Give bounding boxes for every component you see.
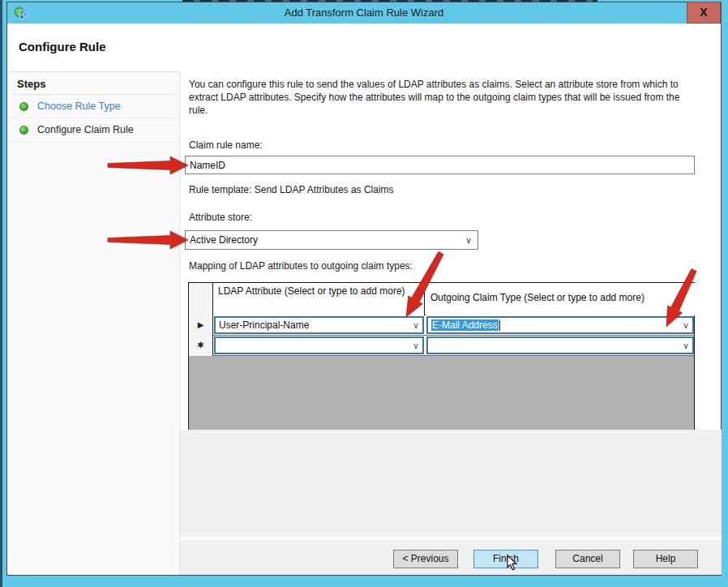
wizard-dialog: Add Transform Claim Rule Wizard X Config… <box>6 2 722 576</box>
titlebar[interactable]: Add Transform Claim Rule Wizard X <box>7 2 721 24</box>
finish-button[interactable]: Finish <box>473 550 538 568</box>
chevron-down-icon[interactable]: ∨ <box>413 318 419 332</box>
step-label: Configure Claim Rule <box>37 124 134 135</box>
step-complete-icon <box>19 102 28 111</box>
claim-rule-name-label: Claim rule name: <box>189 139 263 151</box>
close-button[interactable]: X <box>687 2 721 24</box>
rule-template-text: Rule template: Send LDAP Attributes as C… <box>189 184 394 195</box>
steps-title: Steps <box>17 78 45 90</box>
ldap-attribute-combo-row2[interactable]: ∨ <box>214 336 424 354</box>
chevron-down-icon[interactable]: ∨ <box>413 338 419 353</box>
outgoing-claim-type-combo-row1[interactable]: E-Mail Address ∨ <box>426 316 694 334</box>
sidebar-item-configure-claim-rule[interactable]: Configure Claim Rule <box>9 118 179 142</box>
ldap-attribute-combo-row1[interactable]: User-Principal-Name ∨ <box>214 316 424 334</box>
background-window-left-edge <box>0 0 2 587</box>
attribute-store-value: Active Directory <box>190 234 258 246</box>
table-row-new: ✱ ∨ ∨ <box>189 336 694 356</box>
screen: Add Transform Claim Rule Wizard X Config… <box>0 0 728 587</box>
cancel-button[interactable]: Cancel <box>555 550 620 568</box>
step-complete-icon <box>19 126 28 135</box>
claim-rule-name-input[interactable] <box>185 156 695 174</box>
footer-divider <box>180 537 722 540</box>
sidebar-item-choose-rule-type[interactable]: Choose Rule Type <box>9 95 179 118</box>
chevron-down-icon: ∨ <box>465 231 472 249</box>
attribute-store-label: Attribute store: <box>189 212 252 223</box>
attribute-store-select[interactable]: Active Directory ∨ <box>185 230 478 250</box>
new-row-marker: ✱ <box>189 336 213 356</box>
outgoing-claim-type-value: E-Mail Address <box>431 319 499 331</box>
column-header-outgoing-claim-type: Outgoing Claim Type (Select or type to a… <box>426 283 695 315</box>
ldap-attribute-value: User-Principal-Name <box>219 319 309 331</box>
steps-panel: Steps Choose Rule Type Configure Claim R… <box>9 71 180 575</box>
column-header-ldap-attribute: LDAP Attribute (Select or type to add mo… <box>213 283 425 315</box>
current-row-marker: ▶ <box>189 315 213 336</box>
mapping-table: LDAP Attribute (Select or type to add mo… <box>188 282 695 431</box>
outgoing-claim-type-combo-row2[interactable]: ∨ <box>426 336 694 354</box>
page-title: Configure Rule <box>19 40 106 54</box>
rule-description-text: You can configure this rule to send the … <box>189 78 700 117</box>
table-row: ▶ User-Principal-Name ∨ E-Mail Address ∨ <box>189 315 694 336</box>
help-button[interactable]: Help <box>633 550 698 568</box>
chevron-down-icon[interactable]: ∨ <box>683 338 689 353</box>
window-title: Add Transform Claim Rule Wizard <box>7 2 721 24</box>
chevron-down-icon[interactable]: ∨ <box>683 318 689 332</box>
previous-button[interactable]: < Previous <box>393 550 458 568</box>
step-label: Choose Rule Type <box>37 101 121 112</box>
text-caret <box>499 320 500 331</box>
mapping-label: Mapping of LDAP attributes to outgoing c… <box>189 260 413 272</box>
